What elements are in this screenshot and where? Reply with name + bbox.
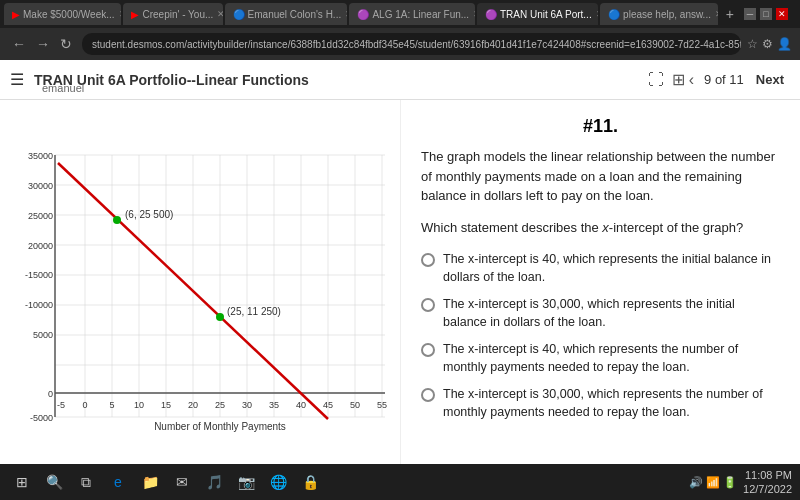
tab-1-label: Make $5000/Week... (23, 9, 115, 20)
x-label-30: 30 (242, 400, 252, 410)
app-title: TRAN Unit 6A Portfolio--Linear Functions (34, 72, 648, 88)
option-3: The x-intercept is 40, which represents … (421, 341, 780, 376)
question-area: #11. The graph models the linear relatio… (400, 100, 800, 500)
tab-1[interactable]: ▶ Make $5000/Week... ✕ (4, 3, 121, 25)
x-label-50: 50 (350, 400, 360, 410)
tab-6[interactable]: 🔵 please help, answ... ✕ (600, 3, 718, 25)
x-label-40: 40 (296, 400, 306, 410)
tab-3-close[interactable]: ✕ (345, 9, 347, 19)
tab-2-close[interactable]: ✕ (217, 9, 222, 19)
option-1-text: The x-intercept is 40, which represents … (443, 251, 780, 286)
address-text: student.desmos.com/activitybuilder/insta… (92, 39, 741, 50)
menu-icon[interactable]: ☰ (10, 70, 24, 89)
app-header: ☰ TRAN Unit 6A Portfolio--Linear Functio… (0, 60, 800, 100)
option-2-text: The x-intercept is 30,000, which represe… (443, 296, 780, 331)
question-prompt: Which statement describes the x-intercep… (421, 218, 780, 238)
taskbar-right: 🔊 📶 🔋 11:08 PM 12/7/2022 (689, 468, 792, 497)
x-label-neg5: -5 (57, 400, 65, 410)
tab-4-label: ALG 1A: Linear Fun... (372, 9, 469, 20)
graph-svg: Remaining Balance (dollars) (5, 145, 395, 455)
option-3-text: The x-intercept is 40, which represents … (443, 341, 780, 376)
prev-page-button[interactable]: ‹ (685, 69, 698, 91)
point2 (216, 313, 224, 321)
minimize-button[interactable]: ─ (744, 8, 756, 20)
mail-icon[interactable]: ✉ (168, 468, 196, 496)
y-label-0: 0 (48, 389, 53, 399)
app-icon-3[interactable]: 🌐 (264, 468, 292, 496)
y-label-10000: -10000 (25, 300, 53, 310)
tab-2[interactable]: ▶ Creepin' - You... ✕ (123, 3, 222, 25)
clock: 11:08 PM 12/7/2022 (743, 468, 792, 497)
point1 (113, 216, 121, 224)
window-controls: ─ □ ✕ (744, 8, 796, 20)
new-tab-button[interactable]: + (720, 6, 740, 22)
page-info: 9 of 11 (704, 72, 744, 87)
calculator-icon[interactable]: ⊞ (672, 70, 685, 89)
task-view-icon[interactable]: ⧉ (72, 468, 100, 496)
taskbar: ⊞ 🔍 ⧉ e 📁 ✉ 🎵 📷 🌐 🔒 🔊 📶 🔋 11:08 PM 12/7/… (0, 464, 800, 500)
x-label-35: 35 (269, 400, 279, 410)
graph-container: Remaining Balance (dollars) (5, 145, 395, 455)
header-icons: ⛶ ⊞ (648, 70, 685, 89)
next-page-button[interactable]: Next (750, 70, 790, 89)
maximize-button[interactable]: □ (760, 8, 772, 20)
address-bar[interactable]: student.desmos.com/activitybuilder/insta… (82, 33, 741, 55)
y-label-35000: 35000 (28, 151, 53, 161)
clock-time: 11:08 PM (743, 468, 792, 482)
tab-5-close[interactable]: ✕ (596, 9, 598, 19)
y-label-neg5000: -5000 (30, 413, 53, 423)
y-label-5000: 5000 (33, 330, 53, 340)
tab-bar: ▶ Make $5000/Week... ✕ ▶ Creepin' - You.… (0, 0, 800, 28)
app-icon-2[interactable]: 📷 (232, 468, 260, 496)
y-label-30000: 30000 (28, 181, 53, 191)
radio-2[interactable] (421, 298, 435, 312)
clock-date: 12/7/2022 (743, 482, 792, 496)
tab-6-close[interactable]: ✕ (715, 9, 718, 19)
tab-3-label: Emanuel Colon's H... (248, 9, 342, 20)
x-label-5: 5 (109, 400, 114, 410)
edge-icon[interactable]: e (104, 468, 132, 496)
x-label-15: 15 (161, 400, 171, 410)
app-subtitle: emanuel (42, 82, 84, 94)
nav-icons: ☆ ⚙ 👤 (747, 37, 792, 51)
options-list: The x-intercept is 40, which represents … (421, 251, 780, 421)
x-label-10: 10 (134, 400, 144, 410)
tab-5[interactable]: 🟣 TRAN Unit 6A Port... ✕ (477, 3, 598, 25)
system-tray-icons: 🔊 📶 🔋 (689, 476, 737, 489)
extension-icon[interactable]: ⚙ (762, 37, 773, 51)
bookmark-icon[interactable]: ☆ (747, 37, 758, 51)
question-description: The graph models the linear relationship… (421, 147, 780, 206)
x-label-0: 0 (82, 400, 87, 410)
search-taskbar-icon[interactable]: 🔍 (40, 468, 68, 496)
taskbar-left: ⊞ 🔍 ⧉ e 📁 ✉ 🎵 📷 🌐 🔒 (8, 468, 324, 496)
app-icon-1[interactable]: 🎵 (200, 468, 228, 496)
x-label-20: 20 (188, 400, 198, 410)
option-4-text: The x-intercept is 30,000, which represe… (443, 386, 780, 421)
x-label-55: 55 (377, 400, 387, 410)
tab-1-close[interactable]: ✕ (119, 9, 122, 19)
explorer-icon[interactable]: 📁 (136, 468, 164, 496)
tab-3[interactable]: 🔵 Emanuel Colon's H... ✕ (225, 3, 348, 25)
forward-button[interactable]: → (32, 34, 54, 54)
x-axis-label: Number of Monthly Payments (154, 421, 286, 432)
app-icon-4[interactable]: 🔒 (296, 468, 324, 496)
profile-icon[interactable]: 👤 (777, 37, 792, 51)
tab-4-close[interactable]: ✕ (473, 9, 475, 19)
radio-1[interactable] (421, 253, 435, 267)
windows-start-icon[interactable]: ⊞ (8, 468, 36, 496)
question-number: #11. (421, 116, 780, 137)
tab-2-label: Creepin' - You... (142, 9, 213, 20)
back-button[interactable]: ← (8, 34, 30, 54)
y-label-20000: 20000 (28, 241, 53, 251)
point2-label: (25, 11 250) (227, 306, 281, 317)
radio-3[interactable] (421, 343, 435, 357)
fullscreen-icon[interactable]: ⛶ (648, 71, 664, 89)
pagination: ‹ 9 of 11 Next (685, 69, 790, 91)
reload-button[interactable]: ↻ (56, 34, 76, 54)
tab-4[interactable]: 🟣 ALG 1A: Linear Fun... ✕ (349, 3, 475, 25)
radio-4[interactable] (421, 388, 435, 402)
close-button[interactable]: ✕ (776, 8, 788, 20)
option-4: The x-intercept is 30,000, which represe… (421, 386, 780, 421)
x-label-25: 25 (215, 400, 225, 410)
option-2: The x-intercept is 30,000, which represe… (421, 296, 780, 331)
